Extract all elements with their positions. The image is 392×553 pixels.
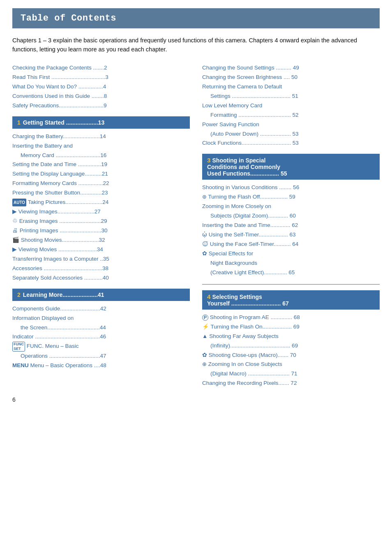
toc-item[interactable]: Memory Card ............................… — [12, 151, 190, 160]
toc-item[interactable]: Low Level Memory Card — [202, 101, 380, 111]
toc-item-faraway[interactable]: ▲ Shooting Far Away Subjects — [202, 332, 380, 341]
star-icon: ✿ — [202, 250, 207, 257]
toc-item[interactable]: Conventions Used in this Guide ........8 — [12, 92, 190, 101]
chapter2-items: Components Guide........................… — [12, 304, 190, 370]
toc-item[interactable]: Inserting the Date and Time.............… — [202, 221, 380, 230]
flashoff-icon: ⊛ — [202, 194, 207, 200]
toc-item[interactable]: Checking the Package Contents .......2 — [12, 63, 190, 73]
toc-item-macro[interactable]: ✿ Shooting Close-ups (Macro)....... 70 — [202, 351, 380, 360]
movie-icon: 🎬 — [12, 237, 19, 243]
toc-item-movie[interactable]: 🎬 Shooting Movies.......................… — [12, 236, 190, 245]
toc-item[interactable]: Accessories ............................… — [12, 264, 190, 273]
toc-item[interactable]: Night Backgrounds — [202, 259, 380, 268]
chapter1-title: Getting Started ....................13 — [23, 119, 104, 126]
toc-item[interactable]: Returning the Camera to Default — [202, 82, 380, 92]
func-icon: FUNCSET — [12, 342, 25, 352]
faraway-icon: ▲ — [202, 333, 208, 339]
chapter2-header: 2 Learning More......................41 — [12, 289, 190, 301]
toc-columns: Checking the Package Contents .......2 R… — [12, 63, 380, 388]
play-icon: ▶ — [12, 208, 17, 215]
toc-item-faceself[interactable]: ☺̈ Using the Face Self-Timer........... … — [202, 240, 380, 249]
toc-item[interactable]: (Digital Macro) ........................… — [202, 369, 380, 379]
toc-item[interactable]: (Auto Power Down) .................... 5… — [202, 130, 380, 139]
toc-item-flashon[interactable]: ⚡ Turning the Flash On..................… — [202, 322, 380, 332]
toc-item-selftimer[interactable]: ᾡ Using the Self-Timer..................… — [202, 230, 380, 240]
toc-item[interactable]: Setting the Display Language...........2… — [12, 169, 190, 179]
chapter3-header: 3 Shooting in SpecialConditions and Comm… — [202, 154, 380, 180]
chapter4-header: 4 Selecting SettingsYourself ...........… — [202, 290, 380, 310]
toc-item-special[interactable]: ✿ Special Effects for — [202, 249, 380, 259]
toc-item[interactable]: Changing the Screen Brightness .... 50 — [202, 73, 380, 82]
toc-item[interactable]: Zooming in More Closely on — [202, 202, 380, 211]
toc-item[interactable]: Components Guide........................… — [12, 304, 190, 314]
ch2-continuation: Changing the Sound Settings .......... 4… — [202, 63, 380, 148]
toc-item[interactable]: Pressing the Shutter Button.............… — [12, 188, 190, 198]
chapter1-header: 1 Getting Started ....................13 — [12, 116, 190, 129]
toc-item[interactable]: Read This First ........................… — [12, 73, 190, 82]
toc-item[interactable]: What Do You Want to Do? ................… — [12, 82, 190, 92]
chapter2-title: Learning More......................41 — [23, 292, 104, 298]
toc-item-view[interactable]: ▶ Viewing Images........................… — [12, 207, 190, 217]
toc-item-accessories[interactable]: Separately Sold Accessories ............… — [12, 273, 190, 283]
toc-item[interactable]: Transferring Images to a Computer ..35 — [12, 255, 190, 264]
title-bar: Table of Contents — [12, 8, 380, 28]
page: Table of Contents Chapters 1 – 3 explain… — [0, 0, 392, 553]
toc-item-flashoff[interactable]: ⊛ Turning the Flash Off.................… — [202, 192, 380, 202]
toc-item[interactable]: Inserting the Battery and — [12, 141, 190, 151]
chapter3-title: Shooting in SpecialConditions and Common… — [207, 157, 287, 177]
toc-item[interactable]: Formatting Memory Cards ................… — [12, 179, 190, 188]
left-column: Checking the Package Contents .......2 R… — [12, 63, 190, 388]
toc-item[interactable]: Settings ...............................… — [202, 92, 380, 101]
program-p-icon: P — [202, 315, 208, 321]
chapter4-title: Selecting SettingsYourself .............… — [207, 294, 289, 307]
erase-icon: ♲ — [12, 218, 18, 224]
toc-item[interactable]: Changing the Sound Settings .......... 4… — [202, 63, 380, 73]
auto-icon: AUTO — [12, 199, 26, 206]
page-title: Table of Contents — [21, 13, 116, 23]
macro-icon: ✿ — [202, 352, 207, 358]
toc-item[interactable]: Operations .............................… — [12, 352, 190, 361]
section-divider — [202, 284, 380, 285]
toc-item[interactable]: Power Saving Function — [202, 120, 380, 130]
chapter4-num: 4 — [207, 293, 212, 300]
menu-icon: MENU — [12, 362, 29, 368]
toc-item[interactable]: Information Displayed on — [12, 314, 190, 323]
toc-item-viewmovie[interactable]: ▶ Viewing Movies .......................… — [12, 245, 190, 255]
toc-item[interactable]: Formatting .............................… — [202, 111, 380, 120]
chapter2-num: 2 — [17, 292, 21, 298]
toc-item-print[interactable]: 🖨 Printing Images ......................… — [12, 226, 190, 236]
toc-item-progae[interactable]: P Shooting in Program AE .............. … — [202, 313, 380, 322]
page-number: 6 — [12, 396, 16, 403]
chapter3-num: 3 — [207, 157, 212, 164]
intro-text: Chapters 1 – 3 explain the basic operati… — [12, 36, 380, 54]
toc-item[interactable]: (Infinity)..............................… — [202, 341, 380, 351]
toc-item[interactable]: Subjects (Digital Zoom)............. 60 — [202, 211, 380, 221]
toc-item[interactable]: Shooting in Various Conditions ........ … — [202, 183, 380, 192]
toc-item-auto[interactable]: AUTO Taking Pictures....................… — [12, 198, 190, 207]
toc-item[interactable]: Indicator ..............................… — [12, 332, 190, 342]
faceself-icon: ☺̈ — [202, 241, 208, 247]
toc-item[interactable]: the Screen..............................… — [12, 323, 190, 333]
toc-item[interactable]: Safety Precautions......................… — [12, 101, 190, 111]
prelim-items: Checking the Package Contents .......2 R… — [12, 63, 190, 111]
toc-item-erase[interactable]: ♲ Erasing Images .......................… — [12, 217, 190, 226]
toc-item-func[interactable]: FUNCSET FUNC. Menu – Basic — [12, 342, 190, 352]
toc-item-digimacro[interactable]: ⊕ Zooming In on Close Subjects — [202, 360, 380, 369]
toc-item[interactable]: Charging the Battery....................… — [12, 132, 190, 141]
toc-item[interactable]: Changing the Recording Pixels....... 72 — [202, 379, 380, 388]
selftimer-icon: ᾡ — [202, 231, 207, 238]
toc-item[interactable]: Setting the Date and Time ..............… — [12, 160, 190, 169]
flashon-icon: ⚡ — [202, 324, 209, 330]
toc-item[interactable]: Clock Functions.........................… — [202, 139, 380, 148]
toc-item-menu[interactable]: MENU Menu – Basic Operations ....48 — [12, 361, 190, 370]
chapter4-items: P Shooting in Program AE .............. … — [202, 313, 380, 389]
toc-item[interactable]: (Creative Light Effect)............... 6… — [202, 268, 380, 278]
viewmovie-icon: ▶ — [12, 246, 17, 252]
chapter1-items: Charging the Battery....................… — [12, 132, 190, 283]
digimacro-icon: ⊕ — [202, 361, 207, 367]
right-column: Changing the Sound Settings .......... 4… — [202, 63, 380, 388]
chapter3-items: Shooting in Various Conditions ........ … — [202, 183, 380, 277]
print-icon: 🖨 — [12, 227, 18, 234]
page-number-footer: 6 — [12, 396, 380, 403]
chapter1-num: 1 — [17, 119, 21, 126]
